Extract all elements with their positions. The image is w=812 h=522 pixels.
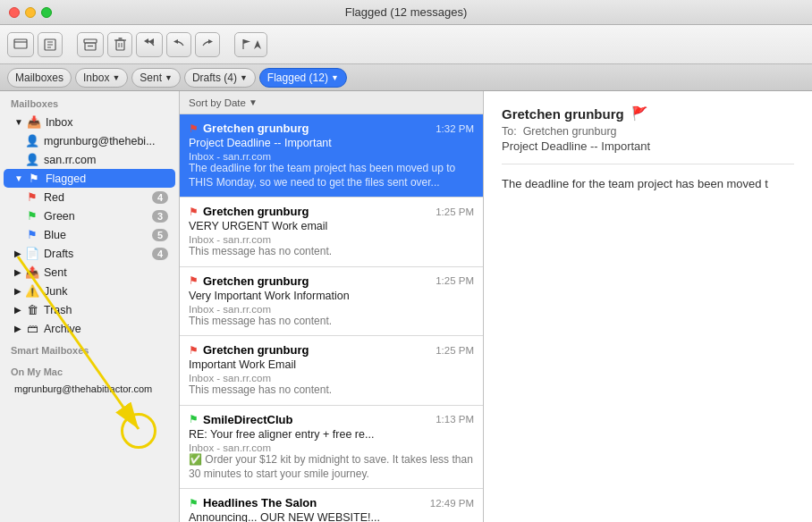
- new-note-button[interactable]: [38, 32, 63, 57]
- email-item-5[interactable]: ⚑ Headlines The Salon 12:49 PM Announcin…: [180, 489, 483, 522]
- mailboxes-tab[interactable]: Mailboxes: [7, 68, 72, 88]
- archive-button[interactable]: [77, 32, 104, 57]
- sent-collapse-arrow[interactable]: ▶: [14, 267, 21, 277]
- inbox-collapse-arrow[interactable]: ▼: [14, 117, 23, 127]
- drafts-badge: 4: [152, 248, 168, 260]
- drafts-tab[interactable]: Drafts (4) ▼: [184, 68, 256, 88]
- minimize-button[interactable]: [25, 7, 36, 18]
- reading-header: Gretchen grunburg 🚩 To: Gretchen grunbur…: [502, 105, 794, 153]
- svg-rect-0: [14, 39, 27, 48]
- email-preview: This message has no content.: [189, 383, 474, 398]
- email-preview: The deadline for the team project has be…: [189, 162, 474, 189]
- email-subject: Important Work Email: [189, 358, 296, 371]
- mailboxes-section-label: Mailboxes: [0, 91, 179, 113]
- sort-label: Sort by Date: [189, 97, 246, 108]
- tab-bar: Mailboxes Inbox ▼ Sent ▼ Drafts (4) ▼ Fl…: [0, 64, 812, 91]
- sent-icon: 📤: [25, 265, 39, 279]
- sent-label-sidebar: Sent: [44, 266, 168, 279]
- flag-red-icon: ⚑: [25, 190, 39, 204]
- email-item-1[interactable]: ⚑ Gretchen grunburg 1:25 PM VERY URGENT …: [180, 198, 483, 267]
- sort-arrow-icon[interactable]: ▼: [249, 97, 258, 107]
- forward-button[interactable]: [195, 32, 220, 57]
- email-source: Inbox - san.rr.com: [189, 442, 271, 453]
- flag-button[interactable]: [234, 32, 267, 57]
- drafts-label: Drafts (4): [192, 72, 237, 84]
- reading-to: Gretchen grunburg: [523, 125, 617, 138]
- sidebar-item-inbox-account2[interactable]: 👤 san.rr.com: [4, 150, 175, 169]
- sidebar-item-archive[interactable]: ▶ 🗃 Archive: [4, 319, 175, 338]
- flagged-collapse-arrow[interactable]: ▼: [14, 173, 23, 183]
- email-source: Inbox - san.rr.com: [189, 151, 271, 162]
- sidebar-item-flag-blue[interactable]: ⚑ Blue 5: [4, 225, 175, 244]
- trash-collapse-arrow[interactable]: ▶: [14, 305, 21, 315]
- archive-collapse-arrow[interactable]: ▶: [14, 324, 21, 333]
- close-button[interactable]: [9, 7, 20, 18]
- junk-collapse-arrow[interactable]: ▶: [14, 286, 21, 296]
- email-sender: Gretchen grunburg: [203, 205, 431, 218]
- account2-label: san.rr.com: [44, 154, 168, 166]
- drafts-collapse-arrow[interactable]: ▶: [14, 248, 21, 258]
- sidebar-item-trash[interactable]: ▶ 🗑 Trash: [4, 300, 175, 319]
- flag-red-label: Red: [44, 191, 152, 204]
- sidebar-item-flag-green[interactable]: ⚑ Green 3: [4, 206, 175, 225]
- flag-green-badge: 3: [152, 210, 168, 223]
- email-item-2[interactable]: ⚑ Gretchen grunburg 1:25 PM Very Importa…: [180, 267, 483, 337]
- compose-button[interactable]: [7, 32, 34, 57]
- email-list: Sort by Date ▼ ⚑ Gretchen grunburg 1:32 …: [180, 91, 484, 522]
- reading-sender: Gretchen grunburg: [502, 106, 624, 122]
- email-time: 1:32 PM: [436, 123, 474, 134]
- flag-blue-icon: ⚑: [25, 228, 39, 241]
- reading-to-row: To: Gretchen grunburg: [502, 125, 794, 138]
- traffic-lights[interactable]: [9, 7, 52, 18]
- maximize-button[interactable]: [41, 7, 52, 18]
- sidebar-item-drafts[interactable]: ▶ 📄 Drafts 4: [4, 244, 175, 263]
- flagged-label-sidebar: Flagged: [46, 173, 168, 185]
- account2-icon: 👤: [25, 153, 39, 166]
- email-sender: Headlines The Salon: [203, 496, 426, 509]
- account1-icon: 👤: [25, 134, 39, 147]
- sidebar-item-inbox[interactable]: ▼ 📥 Inbox: [4, 113, 175, 131]
- inbox-label-sidebar: Inbox: [46, 116, 168, 129]
- sidebar-item-flagged[interactable]: ▼ ⚑ Flagged: [4, 169, 175, 188]
- drafts-label-sidebar: Drafts: [44, 248, 152, 260]
- smart-mailboxes-section-label: Smart Mailboxes: [0, 338, 179, 359]
- sidebar-item-sent[interactable]: ▶ 📤 Sent: [4, 263, 175, 282]
- flag-blue-label: Blue: [44, 229, 152, 241]
- sent-arrow: ▼: [165, 73, 173, 82]
- flag-icon: ⚑: [189, 497, 199, 509]
- reply-button[interactable]: [166, 32, 191, 57]
- reading-subject: Project Deadline -- Important: [502, 139, 794, 153]
- sidebar-item-inbox-account1[interactable]: 👤 mgrunburg@thehebi...: [4, 131, 175, 150]
- reply-all-button[interactable]: [136, 32, 163, 57]
- email-source: Inbox - san.rr.com: [189, 234, 271, 245]
- email-sender: Gretchen grunburg: [203, 274, 431, 288]
- email-item-4[interactable]: ⚑ SmileDirectClub 1:13 PM RE: Your free …: [180, 406, 483, 489]
- sent-tab[interactable]: Sent ▼: [131, 68, 181, 88]
- delete-button[interactable]: [107, 32, 132, 57]
- flag-red-badge: 4: [152, 191, 168, 204]
- trash-label: Trash: [44, 304, 168, 316]
- email-item-3[interactable]: ⚑ Gretchen grunburg 1:25 PM Important Wo…: [180, 336, 483, 406]
- email-time: 1:25 PM: [436, 206, 474, 217]
- email-sender: Gretchen grunburg: [203, 122, 431, 135]
- flagged-tab[interactable]: Flagged (12) ▼: [259, 68, 347, 88]
- flagged-label: Flagged (12): [267, 72, 328, 84]
- mailboxes-label: Mailboxes: [15, 72, 63, 84]
- inbox-label: Inbox: [83, 72, 109, 84]
- email-time: 1:13 PM: [436, 414, 474, 425]
- flag-icon: ⚑: [189, 344, 199, 357]
- svg-rect-9: [116, 40, 124, 50]
- reading-flag-icon: 🚩: [631, 105, 648, 122]
- email-item-0[interactable]: ⚑ Gretchen grunburg 1:32 PM Project Dead…: [180, 114, 483, 198]
- email-subject: Project Deadline -- Important: [189, 137, 332, 149]
- email-list-container: ⚑ Gretchen grunburg 1:32 PM Project Dead…: [180, 114, 483, 522]
- sidebar-item-junk[interactable]: ▶ ⚠️ Junk: [4, 282, 175, 300]
- on-my-mac-section-label: On My Mac: [0, 359, 179, 381]
- trash-icon: 🗑: [25, 303, 39, 316]
- email-source: Inbox - san.rr.com: [189, 373, 271, 383]
- sidebar-item-flag-red[interactable]: ⚑ Red 4: [4, 188, 175, 206]
- sidebar-item-mymac-account[interactable]: mgrunburg@thehabitfactor.com: [4, 381, 175, 397]
- inbox-tab[interactable]: Inbox ▼: [75, 68, 128, 88]
- email-sender: Gretchen grunburg: [203, 343, 431, 357]
- drafts-arrow: ▼: [240, 73, 248, 82]
